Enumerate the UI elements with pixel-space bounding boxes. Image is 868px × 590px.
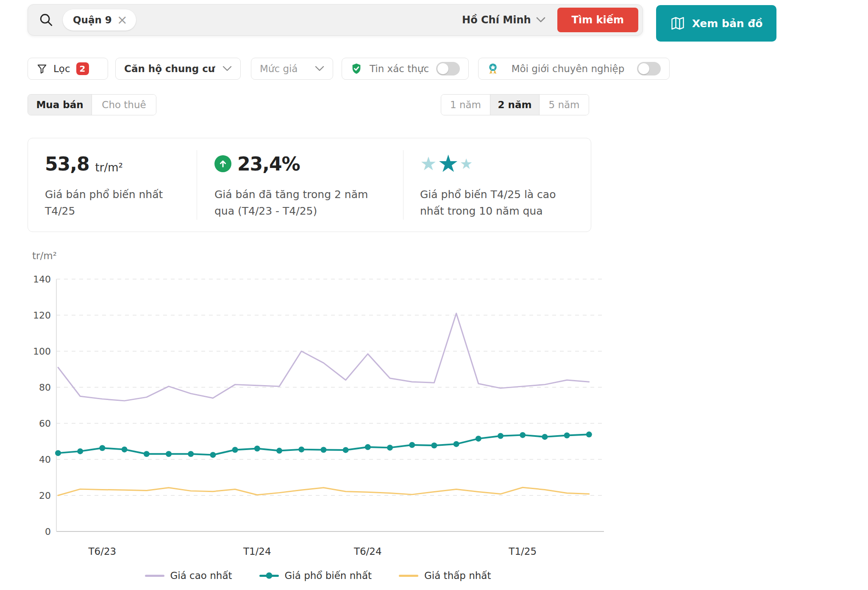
broker-filter: Môi giới chuyên nghiệp [478,58,670,80]
location-chip[interactable]: Quận 9 × [63,9,136,31]
stat-unit: tr/m² [95,161,123,176]
star-rating: ★ ★ ★ [420,152,573,176]
city-selector[interactable]: Hồ Chí Minh [462,14,545,26]
legend-item-gia-cao-nhat: Giá cao nhất [145,570,232,581]
search-bar[interactable]: Quận 9 × Hồ Chí Minh Tìm kiếm [28,4,643,36]
svg-text:T1/25: T1/25 [508,546,537,557]
property-type-dropdown[interactable]: Căn hộ chung cư [115,58,241,80]
stat-common-price: 53,8 tr/m² Giá bán phổ biến nhất T4/25 [45,152,185,220]
verified-filter: Tin xác thực [342,58,469,80]
range-tab-group: 1 năm 2 năm 5 năm [441,94,589,115]
tab-1-nam[interactable]: 1 năm [441,95,490,115]
chart-legend: Giá cao nhất Giá phổ biến nhất Giá thấp … [40,570,595,581]
svg-text:T6/23: T6/23 [88,546,117,557]
filter-button[interactable]: Lọc 2 [28,58,108,80]
stat-desc: Giá phổ biến T4/25 là cao nhất trong 10 … [420,187,560,220]
stat-price-change: 23,4% Giá bán đã tăng trong 2 năm qua (T… [214,152,392,220]
legend-dot [266,573,272,579]
star-icon: ★ [437,152,459,176]
legend-item-gia-thap-nhat: Giá thấp nhất [399,570,491,581]
tab-2-nam[interactable]: 2 năm [490,95,540,115]
view-map-button[interactable]: Xem bản đồ [656,5,776,42]
stat-desc: Giá bán đã tăng trong 2 năm qua (T4/23 -… [214,187,388,220]
legend-swatch [145,575,164,577]
broker-toggle[interactable] [637,62,661,75]
toggle-knob [437,63,448,74]
stat-value: 23,4% [237,153,300,175]
svg-text:80: 80 [39,382,51,393]
filter-label: Lọc [53,63,70,74]
divider [197,150,197,220]
svg-text:T6/24: T6/24 [353,546,382,557]
price-dropdown[interactable]: Mức giá [251,58,333,80]
location-chip-label: Quận 9 [73,14,112,25]
svg-text:40: 40 [39,454,51,465]
filter-count-badge: 2 [76,62,89,75]
search-icon [39,13,53,27]
svg-text:120: 120 [33,310,51,321]
arrow-up-icon [214,155,231,172]
star-icon: ★ [460,157,473,171]
price-history-chart[interactable]: 020406080100120140T6/23T1/24T6/24T1/25 [0,244,619,566]
svg-text:140: 140 [33,274,51,285]
trade-tab-group: Mua bán Cho thuê [28,94,156,115]
view-map-label: Xem bản đồ [692,17,763,30]
price-label: Mức giá [260,63,298,74]
verified-toggle[interactable] [436,62,460,75]
chevron-down-icon [223,66,232,72]
divider [403,150,403,220]
legend-label: Giá cao nhất [170,570,232,581]
legend-item-gia-pho-bien-nhat: Giá phổ biến nhất [259,570,372,581]
chevron-down-icon [315,66,324,72]
legend-label: Giá thấp nhất [424,570,491,581]
stat-desc: Giá bán phổ biến nhất T4/25 [45,187,172,220]
funnel-icon [36,63,47,74]
toggle-knob [638,63,649,74]
city-label: Hồ Chí Minh [462,14,531,26]
svg-text:20: 20 [39,490,51,501]
chevron-down-icon [536,17,545,23]
search-button[interactable]: Tìm kiếm [557,8,638,32]
stat-value: 53,8 [45,153,89,175]
star-icon: ★ [420,154,437,173]
legend-swatch [259,575,279,577]
legend-swatch [399,575,418,577]
svg-text:T1/24: T1/24 [243,546,271,557]
tab-mua-ban[interactable]: Mua bán [28,95,92,115]
stats-card: 53,8 tr/m² Giá bán phổ biến nhất T4/25 2… [28,138,591,232]
broker-label: Môi giới chuyên nghiệp [512,63,625,74]
legend-label: Giá phổ biến nhất [285,570,372,581]
property-type-label: Căn hộ chung cư [124,63,215,74]
stat-record-price: ★ ★ ★ Giá phổ biến T4/25 là cao nhất tro… [420,152,573,220]
svg-text:100: 100 [33,346,51,357]
close-icon[interactable]: × [117,14,128,26]
shield-check-icon [351,63,362,75]
svg-text:0: 0 [45,526,51,537]
filter-row: Lọc 2 Căn hộ chung cư Mức giá Tin xác th… [0,58,868,80]
tab-5-nam[interactable]: 5 năm [540,95,589,115]
verified-label: Tin xác thực [370,63,429,74]
svg-text:60: 60 [39,418,51,429]
tab-cho-thue[interactable]: Cho thuê [92,95,156,115]
map-icon [670,16,685,31]
medal-icon [487,63,499,75]
page: Quận 9 × Hồ Chí Minh Tìm kiếm Xem bản đồ… [0,0,868,590]
